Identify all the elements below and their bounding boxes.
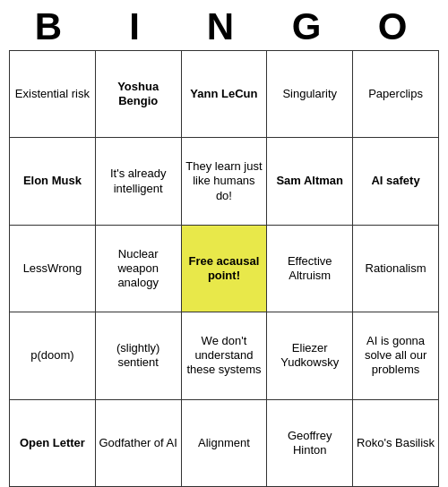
cell-r1-c0: Elon Musk <box>10 138 96 225</box>
title-letter-n: N <box>188 5 260 48</box>
cell-r3-c1: (slightly) sentient <box>95 312 181 399</box>
title-letter-i: I <box>102 5 174 48</box>
cell-r3-c4: AI is gonna solve all our problems <box>353 312 439 399</box>
cell-r4-c4: Roko's Basilisk <box>353 399 439 486</box>
cell-r0-c2: Yann LeCun <box>181 51 267 138</box>
cell-r0-c0: Existential risk <box>10 51 96 138</box>
cell-r3-c2: We don't understand these systems <box>181 312 267 399</box>
title-letter-b: B <box>16 5 88 48</box>
cell-r4-c3: Geoffrey Hinton <box>267 399 353 486</box>
cell-r2-c4: Rationalism <box>353 225 439 312</box>
cell-r4-c0: Open Letter <box>10 399 96 486</box>
cell-r1-c4: AI safety <box>353 138 439 225</box>
cell-r3-c3: Eliezer Yudkowsky <box>267 312 353 399</box>
bingo-grid: Existential riskYoshua BengioYann LeCunS… <box>9 50 439 487</box>
cell-r4-c1: Godfather of AI <box>95 399 181 486</box>
cell-r1-c1: It's already intelligent <box>95 138 181 225</box>
cell-r0-c1: Yoshua Bengio <box>95 51 181 138</box>
bingo-title: B I N G O <box>9 0 439 50</box>
cell-r0-c4: Paperclips <box>353 51 439 138</box>
cell-r4-c2: Alignment <box>181 399 267 486</box>
cell-r2-c0: LessWrong <box>10 225 96 312</box>
cell-r2-c2: Free acausal point! <box>181 225 267 312</box>
cell-r1-c2: They learn just like humans do! <box>181 138 267 225</box>
cell-r2-c1: Nuclear weapon analogy <box>95 225 181 312</box>
cell-r0-c3: Singularity <box>267 51 353 138</box>
cell-r1-c3: Sam Altman <box>267 138 353 225</box>
title-letter-g: G <box>274 5 346 48</box>
cell-r3-c0: p(doom) <box>10 312 96 399</box>
title-letter-o: O <box>360 5 432 48</box>
cell-r2-c3: Effective Altruism <box>267 225 353 312</box>
